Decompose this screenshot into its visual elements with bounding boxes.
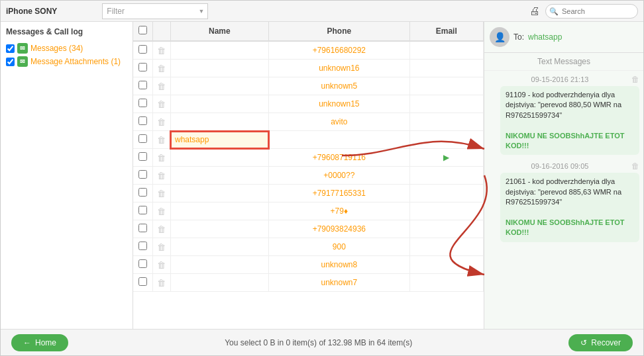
table-row[interactable]: 🗑+79♦ — [133, 202, 484, 220]
table-row[interactable]: 🗑+79608719116▶ — [133, 149, 484, 167]
table-row-phone: avito — [269, 113, 409, 131]
delete-icon[interactable]: 🗑 — [157, 117, 166, 127]
delete-icon[interactable]: 🗑 — [157, 46, 166, 56]
message-bubble: 91109 - kod podtverzhdenyia dlya dejstvi… — [500, 86, 639, 155]
home-button[interactable]: ← Home — [11, 334, 68, 351]
table-row-phone: +79616680292 — [269, 41, 409, 60]
table-row-phone: +79608719116 — [269, 149, 409, 167]
table-row-email — [409, 185, 483, 202]
table-row-email — [409, 202, 483, 220]
table-row[interactable]: 🗑+0000?? — [133, 167, 484, 185]
col-email: Email — [409, 22, 483, 41]
trash-icon-msg[interactable]: 🗑 — [631, 161, 639, 171]
table-row-email — [409, 41, 483, 60]
printer-button[interactable]: 🖨 — [529, 5, 540, 17]
table-row[interactable]: 🗑whatsapp — [133, 131, 484, 149]
delete-icon[interactable]: 🗑 — [157, 81, 166, 91]
delete-icon[interactable]: 🗑 — [157, 99, 166, 109]
table-row-email — [409, 60, 483, 77]
home-icon: ← — [23, 338, 31, 347]
sidebar: Messages & Call log ✉ Messages (34) ✉ Me… — [1, 22, 133, 329]
col-delete — [153, 22, 171, 41]
attachments-icon: ✉ — [17, 56, 28, 67]
messages-checkbox[interactable] — [6, 44, 15, 53]
message-panel: 👤 To: whatsapp Text Messages 09-15-2016 … — [484, 22, 643, 329]
delete-icon[interactable]: 🗑 — [157, 135, 166, 145]
search-wrapper: 🔍 — [545, 4, 638, 19]
table-row[interactable]: 🗑+79177165331 — [133, 185, 484, 202]
to-name: whatsapp — [528, 32, 562, 42]
table-row-phone — [269, 131, 409, 149]
table-row[interactable]: 🗑unknown7 — [133, 274, 484, 292]
table-row[interactable]: 🗑unknown15 — [133, 95, 484, 113]
message-group: 09-15-2016 21:13🗑91109 - kod podtverzhde… — [488, 75, 639, 155]
filter-select[interactable]: Filter — [102, 3, 208, 19]
row-checkbox[interactable] — [138, 63, 147, 71]
row-checkbox[interactable] — [138, 259, 147, 268]
recover-button[interactable]: ↺ Recover — [568, 334, 633, 351]
avatar: 👤 — [490, 27, 510, 47]
message-highlight: NIKOMU NE SOOBShhAJTE ETOT KOD!!! — [506, 218, 624, 236]
row-checkbox[interactable] — [138, 45, 147, 54]
sidebar-item-messages[interactable]: ✉ Messages (34) — [6, 42, 127, 55]
attachments-checkbox[interactable] — [6, 58, 15, 66]
table-row-name — [170, 149, 269, 167]
table-row-email — [409, 167, 483, 185]
search-input[interactable] — [545, 4, 638, 19]
table-row-phone: +79177165331 — [269, 185, 409, 202]
col-phone: Phone — [269, 22, 409, 41]
delete-icon[interactable]: 🗑 — [157, 64, 166, 73]
delete-icon[interactable]: 🗑 — [157, 171, 166, 181]
message-bubble: 21061 - kod podtverzhdenyia dlya dejstvi… — [500, 173, 639, 242]
table-row-name — [170, 238, 269, 256]
table-row[interactable]: 🗑900 — [133, 238, 484, 256]
message-highlight: NIKOMU NE SOOBShhAJTE ETOT KOD!!! — [506, 132, 624, 150]
delete-icon[interactable]: 🗑 — [157, 189, 166, 199]
table-row-phone: +79♦ — [269, 202, 409, 220]
bottom-bar: ← Home You select 0 B in 0 item(s) of 13… — [1, 329, 643, 355]
row-checkbox[interactable] — [138, 134, 147, 143]
delete-icon[interactable]: 🗑 — [157, 242, 166, 252]
table-row-name — [170, 256, 269, 274]
table-row-name — [170, 167, 269, 185]
col-name: Name — [170, 22, 269, 41]
delete-icon[interactable]: 🗑 — [157, 224, 166, 234]
trash-icon-msg[interactable]: 🗑 — [631, 75, 639, 84]
sidebar-item-attachments[interactable]: ✉ Message Attachments (1) — [6, 55, 127, 68]
table-row[interactable]: 🗑unknown16 — [133, 60, 484, 77]
row-checkbox[interactable] — [138, 188, 147, 197]
table-row-name — [170, 113, 269, 131]
table-row[interactable]: 🗑unknown5 — [133, 77, 484, 95]
row-checkbox[interactable] — [138, 242, 147, 250]
to-label: To: — [513, 32, 524, 42]
table-row-email — [409, 95, 483, 113]
row-checkbox[interactable] — [138, 81, 147, 89]
table-row[interactable]: 🗑+79616680292 — [133, 41, 484, 60]
delete-icon[interactable]: 🗑 — [157, 206, 166, 216]
table-row-phone: unknown7 — [269, 274, 409, 292]
row-checkbox[interactable] — [138, 99, 147, 107]
contacts-table: Name Phone Email 🗑+79616680292🗑unknown16… — [133, 22, 484, 292]
table-row[interactable]: 🗑unknown8 — [133, 256, 484, 274]
home-label: Home — [35, 338, 56, 347]
row-checkbox[interactable] — [138, 224, 147, 232]
row-checkbox[interactable] — [138, 116, 147, 125]
delete-icon[interactable]: 🗑 — [157, 278, 166, 288]
table-row-phone: +79093824936 — [269, 220, 409, 238]
row-checkbox[interactable] — [138, 206, 147, 214]
messages-scroll: 09-15-2016 21:13🗑91109 - kod podtverzhde… — [484, 71, 643, 329]
table-row-email — [409, 131, 483, 149]
select-all-checkbox[interactable] — [138, 26, 147, 34]
row-checkbox[interactable] — [138, 277, 147, 286]
table-row[interactable]: 🗑+79093824936 — [133, 220, 484, 238]
delete-icon[interactable]: 🗑 — [157, 260, 166, 270]
messages-icon: ✉ — [17, 43, 28, 54]
table-row[interactable]: 🗑avito — [133, 113, 484, 131]
table-row-phone: unknown5 — [269, 77, 409, 95]
row-checkbox[interactable] — [138, 152, 147, 161]
table-row-phone: +0000?? — [269, 167, 409, 185]
table-row-name — [170, 274, 269, 292]
delete-icon[interactable]: 🗑 — [157, 153, 166, 163]
table-row-name — [170, 95, 269, 113]
row-checkbox[interactable] — [138, 170, 147, 179]
